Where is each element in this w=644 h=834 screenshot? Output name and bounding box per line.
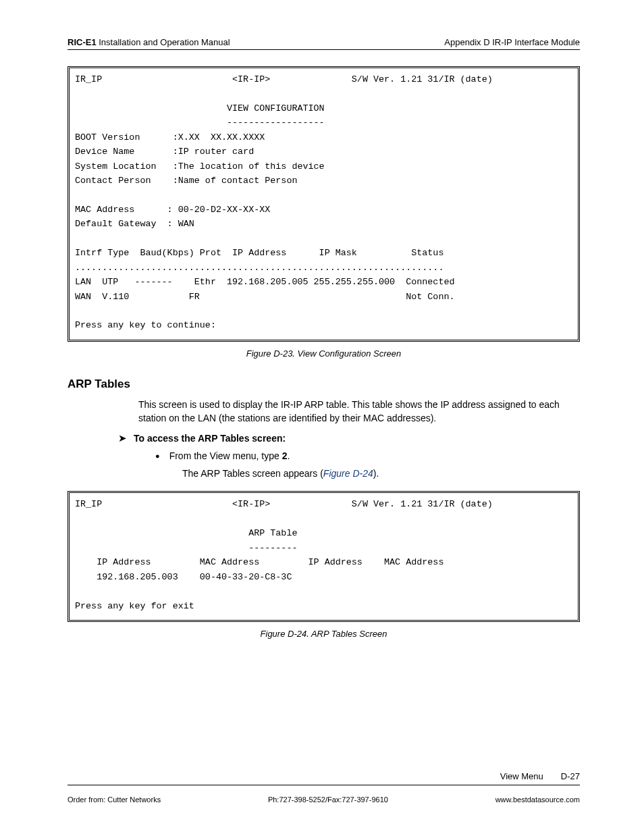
section-title-arp-tables: ARP Tables	[68, 377, 580, 391]
footer-bottom: Order from: Cutter Networks Ph:727-398-5…	[68, 796, 580, 804]
product-name: RIC-E1	[68, 37, 97, 47]
page-header: RIC-E1 Installation and Operation Manual…	[68, 37, 580, 50]
terminal-view-configuration: IR_IP <IR-IP> S/W Ver. 1.21 31/IR (date)…	[68, 66, 580, 342]
figure-caption-d23: Figure D-23. View Configuration Screen	[68, 348, 580, 359]
header-left: RIC-E1 Installation and Operation Manual	[68, 37, 230, 47]
bullet-icon: ●	[155, 452, 160, 463]
procedure-text: To access the ARP Tables screen:	[134, 433, 286, 444]
footer-section-label: View Menu	[500, 771, 543, 781]
footer-top: View Menu D-27	[68, 771, 580, 781]
figure-ref-link[interactable]: Figure D-24	[323, 468, 373, 479]
footer-phone: Ph:727-398-5252/Fax:727-397-9610	[268, 796, 388, 804]
bullet-key: 2	[282, 450, 288, 461]
bullet-pre: From the View menu, type	[169, 450, 282, 461]
bullet-text: From the View menu, type 2.	[169, 450, 290, 461]
result-post: ).	[373, 468, 379, 479]
footer-rule	[68, 785, 580, 785]
procedure-line: ➤ To access the ARP Tables screen:	[118, 433, 580, 444]
footer-url: www.bestdatasource.com	[495, 796, 580, 804]
footer-page-number: D-27	[561, 771, 580, 781]
terminal-arp-table: IR_IP <IR-IP> S/W Ver. 1.21 31/IR (date)…	[68, 491, 580, 622]
bullet-step: ● From the View menu, type 2.	[155, 450, 580, 461]
result-pre: The ARP Tables screen appears (	[182, 468, 323, 479]
header-right: Appendix D IR-IP Interface Module	[444, 37, 580, 47]
arp-tables-description: This screen is used to display the IR-IP…	[138, 398, 580, 425]
footer-vendor: Order from: Cutter Networks	[68, 796, 161, 804]
arrow-icon: ➤	[118, 433, 127, 443]
figure-caption-d24: Figure D-24. ARP Tables Screen	[68, 629, 580, 639]
result-text: The ARP Tables screen appears (Figure D-…	[182, 468, 580, 479]
manual-title: Installation and Operation Manual	[97, 37, 230, 47]
bullet-post: .	[288, 450, 290, 461]
